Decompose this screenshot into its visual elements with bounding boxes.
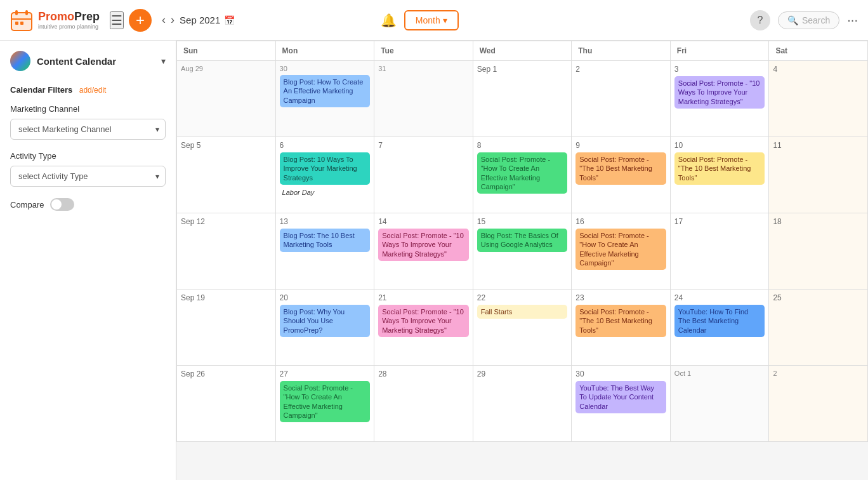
day-cell[interactable]: 10 Social Post: Promote - "The 10 Best M… <box>671 137 770 213</box>
logo-icon <box>10 9 33 32</box>
day-header-mon: Mon <box>276 41 375 61</box>
day-cell[interactable]: 16 Social Post: Promote - "How To Create… <box>572 213 671 290</box>
event[interactable]: Social Post: Promote - "How To Create An… <box>575 229 666 270</box>
activity-type-label: Activity Type <box>10 151 166 161</box>
event[interactable]: Blog Post: Why You Should You Use PromoP… <box>280 305 371 337</box>
day-cell[interactable]: Aug 29 <box>177 61 276 137</box>
day-cell[interactable]: 6 Blog Post: 10 Ways To Improve Your Mar… <box>276 137 375 213</box>
calendar-icon: 📅 <box>224 15 235 25</box>
day-header-sun: Sun <box>177 41 276 61</box>
marketing-channel-select[interactable]: select Marketing Channel <box>10 119 166 140</box>
day-cell[interactable]: 14 Social Post: Promote - "10 Ways To Im… <box>374 213 473 290</box>
day-cell[interactable]: 31 <box>374 61 473 137</box>
day-cell[interactable]: 23 Social Post: Promote - "The 10 Best M… <box>572 290 671 366</box>
day-cell[interactable]: 11 <box>769 137 868 213</box>
main: Content Calendar ▾ Calendar Filters add/… <box>0 41 868 480</box>
logo-area: PromoPrep intuitive promo planning <box>10 9 100 32</box>
event[interactable]: Social Post: Promote - "The 10 Best Mark… <box>575 305 666 337</box>
event[interactable]: Blog Post: The 10 Best Marketing Tools <box>280 229 371 252</box>
day-cell[interactable]: Sep 26 <box>177 366 276 442</box>
day-cell[interactable]: 2 <box>769 366 868 442</box>
day-header-sat: Sat <box>769 41 868 61</box>
event-fall[interactable]: Fall Starts <box>477 305 568 319</box>
search-icon: 🔍 <box>787 15 798 25</box>
add-button[interactable]: + <box>129 9 152 32</box>
day-cell[interactable]: Sep 5 <box>177 137 276 213</box>
day-cell[interactable]: 7 <box>374 137 473 213</box>
logo-sub: intuitive promo planning <box>38 23 100 30</box>
sidebar-logo-icon <box>10 51 30 71</box>
svg-rect-3 <box>25 10 28 15</box>
event[interactable]: Social Post: Promote - "10 Ways To Impro… <box>378 305 469 337</box>
compare-toggle[interactable] <box>50 198 74 211</box>
svg-rect-2 <box>15 10 18 15</box>
day-cell[interactable]: 27 Social Post: Promote - "How To Create… <box>276 366 375 442</box>
day-cell[interactable]: 30 Blog Post: How To Create An Effective… <box>276 61 375 137</box>
help-button[interactable]: ? <box>750 10 770 30</box>
activity-type-wrapper: select Activity Type ▾ <box>10 166 166 187</box>
bell-button[interactable]: 🔔 <box>381 13 397 28</box>
event[interactable]: YouTube: How To Find The Best Marketing … <box>674 305 765 337</box>
marketing-channel-label: Marketing Channel <box>10 104 166 114</box>
filters-label: Calendar Filters <box>10 85 72 95</box>
day-cell[interactable]: Sep 12 <box>177 213 276 290</box>
day-cell[interactable]: 25 <box>769 290 868 366</box>
current-date: Sep 2021 📅 <box>180 15 235 25</box>
day-cell[interactable]: 4 <box>769 61 868 137</box>
day-cell[interactable]: 13 Blog Post: The 10 Best Marketing Tool… <box>276 213 375 290</box>
event[interactable]: Blog Post: How To Create An Effective Ma… <box>280 75 371 107</box>
day-cell[interactable]: 30 YouTube: The Best Way To Update Your … <box>572 366 671 442</box>
event[interactable]: Blog Post: The Basics Of Using Google An… <box>477 229 568 252</box>
event[interactable]: Blog Post: 10 Ways To Improve Your Marke… <box>280 152 371 185</box>
compare-label: Compare <box>10 200 44 210</box>
day-cell[interactable]: 22 Fall Starts <box>473 290 572 366</box>
day-cell[interactable]: 24 YouTube: How To Find The Best Marketi… <box>671 290 770 366</box>
sidebar-title: Content Calendar <box>37 56 116 67</box>
day-cell[interactable]: 18 <box>769 213 868 290</box>
logo-text: PromoPrep intuitive promo planning <box>38 10 100 30</box>
event[interactable]: Social Post: Promote - "The 10 Best Mark… <box>575 152 666 185</box>
day-header-tue: Tue <box>374 41 473 61</box>
day-cell[interactable]: 3 Social Post: Promote - "10 Ways To Imp… <box>671 61 770 137</box>
logo-name: PromoPrep <box>38 10 100 23</box>
event[interactable]: YouTube: The Best Way To Update Your Con… <box>575 381 666 413</box>
calendar: Sun Mon Tue Wed Thu Fri Sat Aug 29 30 Bl… <box>176 41 868 480</box>
day-cell[interactable]: 9 Social Post: Promote - "The 10 Best Ma… <box>572 137 671 213</box>
day-cell[interactable]: 2 <box>572 61 671 137</box>
day-cell[interactable]: 28 <box>374 366 473 442</box>
sidebar-header: Content Calendar ▾ <box>10 51 166 71</box>
prev-button[interactable]: ‹ <box>162 13 166 27</box>
compare-row: Compare <box>10 198 166 211</box>
event-holiday[interactable]: Labor Day <box>280 187 371 198</box>
day-cell[interactable]: 8 Social Post: Promote - "How To Create … <box>473 137 572 213</box>
month-button[interactable]: Month ▾ <box>404 10 459 30</box>
event[interactable]: Social Post: Promote - "10 Ways To Impro… <box>674 76 765 109</box>
more-button[interactable]: ··· <box>847 13 858 27</box>
day-cell[interactable]: Oct 1 <box>671 366 770 442</box>
filters-link[interactable]: add/edit <box>79 86 107 95</box>
day-cell[interactable]: 29 <box>473 366 572 442</box>
event[interactable]: Social Post: Promote - "How To Create An… <box>280 381 371 422</box>
day-cell[interactable]: 15 Blog Post: The Basics Of Using Google… <box>473 213 572 290</box>
event[interactable]: Social Post: Promote - "The 10 Best Mark… <box>674 152 765 185</box>
next-button[interactable]: › <box>171 13 174 27</box>
header: PromoPrep intuitive promo planning ☰ + ‹… <box>0 0 868 41</box>
day-header-fri: Fri <box>671 41 770 61</box>
day-header-wed: Wed <box>473 41 572 61</box>
menu-button[interactable]: ☰ <box>110 11 124 29</box>
day-cell[interactable]: Sep 19 <box>177 290 276 366</box>
activity-type-select[interactable]: select Activity Type <box>10 166 166 187</box>
calendar-grid: Sun Mon Tue Wed Thu Fri Sat Aug 29 30 Bl… <box>176 41 868 442</box>
day-header-thu: Thu <box>572 41 671 61</box>
chevron-down-icon: ▾ <box>443 15 447 25</box>
day-cell[interactable]: Sep 1 <box>473 61 572 137</box>
sidebar: Content Calendar ▾ Calendar Filters add/… <box>0 41 176 480</box>
day-cell[interactable]: 17 <box>671 213 770 290</box>
day-cell[interactable]: 20 Blog Post: Why You Should You Use Pro… <box>276 290 375 366</box>
search-box[interactable]: 🔍 Search <box>778 11 839 29</box>
filters-section: Calendar Filters add/edit Marketing Chan… <box>10 84 166 211</box>
day-cell[interactable]: 21 Social Post: Promote - "10 Ways To Im… <box>374 290 473 366</box>
event[interactable]: Social Post: Promote - "10 Ways To Impro… <box>378 229 469 261</box>
sidebar-chevron-icon[interactable]: ▾ <box>161 56 166 66</box>
event[interactable]: Social Post: Promote - "How To Create An… <box>477 152 568 194</box>
